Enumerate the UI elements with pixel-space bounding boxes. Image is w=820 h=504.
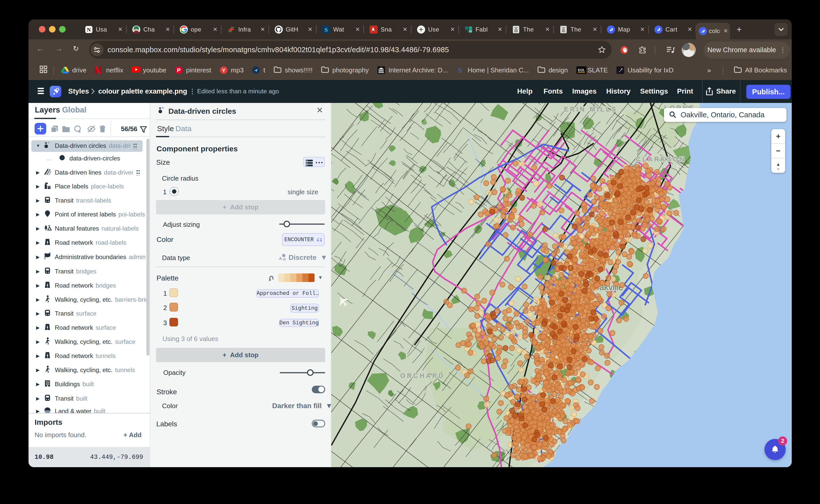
svg-text:S: S — [458, 66, 462, 74]
svg-text:S: S — [324, 26, 328, 33]
svg-text:Y: Y — [222, 67, 226, 73]
svg-text:N: N — [87, 26, 91, 33]
svg-text:CLARKSON: CLARKSON — [636, 156, 686, 163]
svg-text:ORCHARD: ORCHARD — [400, 372, 445, 379]
svg-text:ERIN MILLS: ERIN MILLS — [564, 106, 618, 113]
svg-text:P: P — [177, 67, 180, 73]
svg-text:D2L: D2L — [578, 68, 585, 72]
svg-text:F: F — [467, 28, 469, 33]
